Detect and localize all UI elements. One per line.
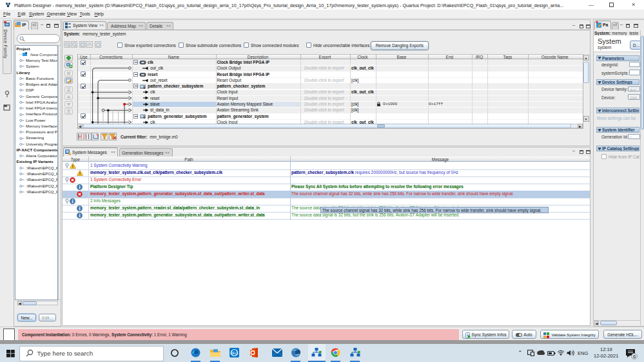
svg-text:6: 6 (633, 354, 636, 359)
svg-text:DELL: DELL (230, 351, 239, 355)
